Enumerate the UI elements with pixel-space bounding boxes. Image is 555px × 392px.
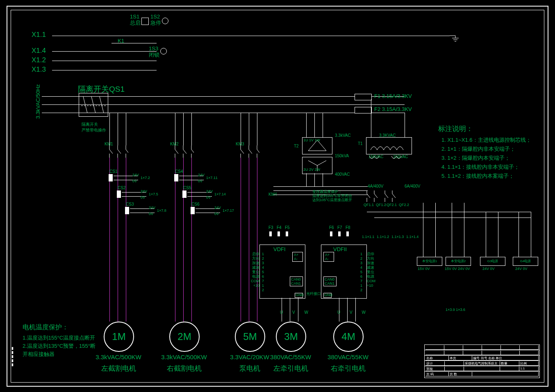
- fuse-km2-icon: ▯: [163, 141, 165, 147]
- margin-index: ▮▮▮▮▮: [10, 346, 14, 367]
- vdfi-a-minus: A-: [294, 257, 298, 261]
- cs3-24v: 24V: [149, 206, 155, 210]
- protection-title: 电机温度保护：: [23, 323, 68, 332]
- fiber-port: 光纤接口: [306, 291, 321, 297]
- legend-items: 1. X1.1~X1.6：主进线电源控制芯线； 2. 1×1：隔爆腔内非本安端子…: [441, 136, 531, 181]
- motor-5m: 5M: [235, 322, 265, 352]
- svg-line-37: [308, 161, 317, 165]
- svg-line-7: [100, 97, 104, 113]
- fuse-f1: [355, 94, 372, 100]
- fuse-f2-label: F2 3.15A/3.3KV: [374, 106, 412, 112]
- contactor-km2: [173, 145, 194, 158]
- vdfii-a-plus: A+: [325, 253, 330, 257]
- wire-x1-1: X1.1: [32, 31, 46, 39]
- svg-line-5: [83, 97, 87, 113]
- contactor-km1: [108, 145, 128, 158]
- pushbutton-s2: [162, 18, 168, 24]
- ps-1-out: 15V 0V: [418, 267, 430, 271]
- vdfii-can0: CAN0: [325, 277, 334, 281]
- t2-pins-top: 1U 1V 1W: [303, 138, 320, 142]
- t1-secondary: [366, 153, 411, 162]
- svg-line-50: [392, 194, 396, 198]
- drawing-sheet: X1.1 X1.4 X1.2 X1.3 1S1 总启 1S2 急停 K1 1S3…: [7, 6, 548, 387]
- cs1: CS1: [109, 169, 117, 174]
- vdfi-can0: CAN0: [291, 277, 301, 281]
- wire-x1-3: X1.3: [32, 66, 46, 74]
- fuse-f6: F6: [329, 225, 334, 230]
- uvw-3m: U V W: [280, 310, 312, 315]
- ps-3: G3电源: [480, 257, 505, 266]
- cs4: CS4: [175, 169, 183, 174]
- cs6-tag: 1×7.17: [223, 208, 234, 213]
- motor-4m: 4M: [333, 322, 364, 352]
- svg-line-16: [126, 150, 128, 154]
- fuse-f2: [355, 107, 372, 113]
- qf11: QF1.1: [364, 203, 374, 207]
- ps-4-out: 24V 0V: [515, 267, 528, 271]
- wire-x1-2: X1.2: [32, 56, 46, 64]
- cs6-0v: 0V: [214, 212, 219, 216]
- wire-x1-4: X1.4: [32, 47, 46, 55]
- motor-3m: 3M: [276, 322, 306, 352]
- qf21: QF2.1: [387, 203, 397, 207]
- svg-line-19: [175, 150, 178, 154]
- fuse-f8: F8: [346, 225, 350, 230]
- label-1s1: 总启: [130, 19, 141, 27]
- motor-3m-label: 380VAC/55KW 左牵引电机: [262, 353, 319, 373]
- svg-line-6: [91, 97, 96, 113]
- pushbutton-s1: [141, 18, 149, 25]
- fuse-f4: F4: [277, 225, 282, 230]
- cs4-tag: 1×7.11: [206, 176, 218, 180]
- qf22: QF2.2: [399, 203, 409, 207]
- fuse-km3-icon: ▯: [228, 141, 231, 147]
- fuse-km1-icon: ▯: [97, 141, 100, 147]
- label-1s2: 急停: [150, 19, 161, 27]
- cs3-0v: 0V: [149, 212, 153, 216]
- svg-line-31: [249, 150, 252, 154]
- cs1-24v: 24V: [132, 173, 139, 177]
- tt3: 1.1×1.4: [406, 235, 419, 239]
- fuse-f1-label: F1 3.15A/3.3KV: [374, 93, 412, 99]
- t2-pins-bot: 2U 2V 2W: [303, 168, 320, 172]
- ct-cs1: [109, 174, 113, 181]
- qf12: QF1.2: [376, 203, 386, 207]
- cs2-24v: 24V: [141, 189, 147, 193]
- motor-2m-label: 3.3kVAC/500KW 右截割电机: [155, 353, 213, 373]
- svg-line-47: [385, 194, 388, 198]
- t2-sec-v: 400VAC: [335, 172, 350, 177]
- title-block: 名称本页编号 符号 名称 单位 设计采煤机电气控制系统主接线图数量比例 审核1:…: [424, 344, 540, 378]
- drawing-inner-border: X1.1 X1.4 X1.2 X1.3 1S1 总启 1S2 急停 K1 1S3…: [11, 10, 544, 383]
- t1-prim: 3.3KVAC: [379, 133, 396, 138]
- ps-1: 本安电源1: [417, 257, 442, 266]
- vdfii-io: 启停方向加速 减速复位电源 COM+10: [367, 252, 375, 288]
- svg-line-22: [183, 150, 187, 154]
- svg-line-10: [109, 150, 113, 154]
- label-1s1-ref: 1S1: [130, 14, 139, 20]
- ct-cs4: [174, 174, 178, 181]
- svg-line-41: [367, 194, 370, 198]
- cs2-0v: 0V: [141, 195, 145, 199]
- ct-cs6: [191, 207, 195, 214]
- cs6: CS6: [191, 202, 199, 206]
- t1-primary: [366, 137, 412, 154]
- ct-cs2: [117, 190, 121, 198]
- cs5: CS5: [183, 186, 191, 190]
- cs5-24v: 24V: [206, 189, 213, 193]
- ps-4: G4电源: [513, 257, 538, 266]
- pushbutton-s3: [160, 48, 167, 54]
- cs6-24v: 24V: [214, 206, 221, 210]
- svg-line-34: [257, 150, 259, 154]
- supply-label: 3.3kVAC/50Hz: [35, 84, 41, 119]
- motor-4m-label: 380VAC/55KW 右牵引电机: [319, 353, 377, 373]
- tt2: 1.1×1.3: [391, 235, 404, 239]
- motor-2m: 2M: [169, 322, 200, 352]
- t2-ref: T2: [294, 144, 299, 148]
- isolator-warning: 隔离开关 严禁带电操作: [82, 122, 106, 133]
- earth-icon: [450, 31, 461, 42]
- tt1: 1.1×1.2: [377, 235, 389, 239]
- cs1-0v: 0V: [132, 179, 137, 183]
- t2-kva: 150kVA: [335, 154, 349, 158]
- ct-cs3: [125, 207, 129, 214]
- vdfii-gnd: GND: [324, 293, 332, 297]
- vdfii-label: VDFII: [333, 246, 347, 252]
